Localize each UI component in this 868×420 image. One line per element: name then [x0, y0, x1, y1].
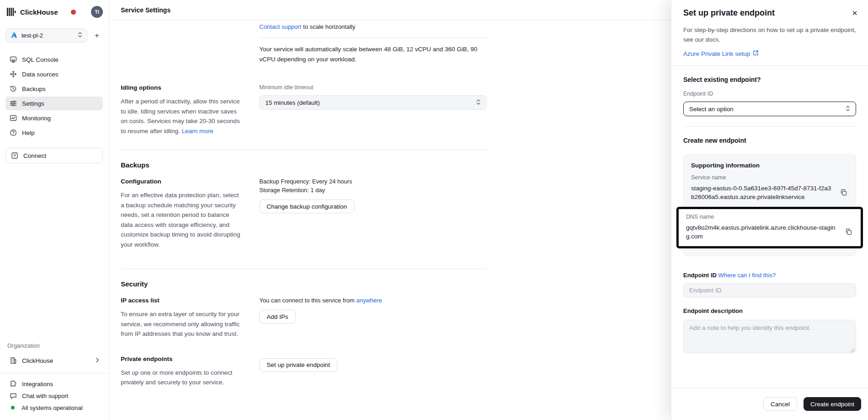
sidebar-item-label: Data sources: [22, 71, 59, 78]
private-endpoints-right: Set up private endpoint: [259, 355, 487, 388]
contact-support-rest: to scale horizontally: [303, 23, 355, 30]
create-endpoint-button[interactable]: Create endpoint: [804, 397, 861, 411]
divider: [671, 65, 868, 66]
divider: [121, 269, 487, 269]
console-icon: [9, 56, 17, 64]
sidebar: ClickHouse TI test-pl-2 +: [0, 0, 109, 420]
sidebar-item-label: Help: [22, 129, 35, 136]
data-sources-icon: [9, 70, 17, 78]
private-endpoints-description: Set up one or more endpoints to connect …: [121, 368, 241, 388]
backups-section-title: Backups: [121, 161, 671, 169]
avatar[interactable]: TI: [91, 6, 103, 18]
service-selector-row: test-pl-2 +: [5, 28, 103, 43]
azure-icon: [11, 32, 17, 40]
supporting-information-card: Supporting information Service name stag…: [683, 154, 856, 256]
connect-button[interactable]: Connect: [5, 148, 103, 163]
storage-retention-text: Storage Retention: 1 day: [259, 187, 487, 194]
chevron-updown-icon: [476, 99, 481, 107]
close-icon[interactable]: ✕: [851, 9, 859, 17]
ip-access-title: IP access list: [121, 297, 241, 304]
where-can-i-find-this-link[interactable]: Where can I find this?: [718, 272, 776, 279]
drawer-footer: Cancel Create endpoint: [671, 388, 868, 420]
contact-support-link[interactable]: Contact support: [259, 23, 301, 30]
idle-timeout-select[interactable]: 15 minutes (default): [259, 95, 487, 110]
azure-private-link-setup-link[interactable]: Azure Private Link setup: [683, 50, 750, 57]
backup-frequency-text: Backup Frequency: Every 24 hours: [259, 178, 487, 185]
building-icon: [9, 357, 17, 365]
ip-access-row: IP access list To ensure an extra layer …: [121, 297, 671, 339]
learn-more-link[interactable]: Learn more: [182, 128, 214, 135]
chat-bubble-icon: [9, 392, 17, 400]
connect-anywhere-line: You can connect to this service from any…: [259, 297, 487, 304]
sidebar-item-sql-console[interactable]: SQL Console: [5, 53, 103, 66]
docs-link-row: Azure Private Link setup: [683, 50, 856, 57]
main-content: Service Settings Contact supportto scale…: [109, 0, 671, 420]
existing-endpoint-select[interactable]: Select an option: [683, 102, 856, 116]
drawer-title: Set up private endpoint: [683, 8, 856, 18]
idle-timeout-value: 15 minutes (default): [265, 99, 320, 106]
add-service-button[interactable]: +: [91, 30, 103, 42]
divider: [121, 150, 487, 150]
cancel-button[interactable]: Cancel: [763, 397, 797, 411]
copy-icon[interactable]: [839, 188, 848, 197]
sidebar-item-system-status[interactable]: All systems operational: [5, 402, 103, 414]
supporting-information-title: Supporting information: [691, 162, 848, 169]
add-ips-button[interactable]: Add IPs: [259, 310, 295, 323]
sidebar-item-label: Backups: [22, 86, 46, 92]
dns-name-label: DNS name: [686, 214, 853, 220]
private-endpoint-drawer: Set up private endpoint ✕ For step-by-st…: [671, 0, 868, 420]
service-name-row: staging-eastus-0-0.5a631ee3-697f-45d7-87…: [691, 184, 848, 201]
scaling-right: Contact supportto scale horizontally You…: [259, 23, 487, 64]
existing-endpoint-id-label: Endpoint ID: [683, 91, 856, 97]
endpoint-id-field-label: Endpoint ID: [683, 272, 718, 279]
monitoring-icon: [9, 114, 17, 122]
settings-scroll-area[interactable]: Contact supportto scale horizontally You…: [109, 21, 671, 420]
external-link-icon: [753, 50, 759, 57]
backups-right: Backup Frequency: Every 24 hours Storage…: [259, 178, 487, 249]
sidebar-item-integrations[interactable]: Integrations: [5, 378, 103, 390]
backup-config-title: Configuration: [121, 178, 241, 185]
dns-name-row: gqtv8o2m4k.eastus.privatelink.azure.clic…: [686, 223, 853, 241]
divider: [683, 126, 856, 127]
sidebar-item-backups[interactable]: Backups: [5, 82, 103, 96]
settings-icon: [9, 100, 17, 108]
endpoint-id-input[interactable]: [683, 283, 856, 297]
app-root: ClickHouse TI test-pl-2 +: [0, 0, 868, 420]
anywhere-link[interactable]: anywhere: [356, 297, 382, 304]
service-selector[interactable]: test-pl-2: [5, 28, 87, 43]
sidebar-item-organization[interactable]: ClickHouse: [5, 354, 103, 367]
service-name-label: Service name: [691, 174, 848, 181]
scaling-row: Contact supportto scale horizontally You…: [121, 23, 671, 64]
set-up-private-endpoint-button[interactable]: Set up private endpoint: [259, 358, 338, 372]
endpoint-description-textarea[interactable]: [683, 320, 856, 353]
sidebar-item-monitoring[interactable]: Monitoring: [5, 111, 103, 125]
idling-row: Idling options After a period of inactiv…: [121, 84, 671, 136]
sidebar-item-help[interactable]: Help: [5, 126, 103, 140]
backups-icon: [9, 85, 17, 93]
divider: [259, 38, 487, 38]
sidebar-spacer: [5, 163, 103, 343]
resize-grip-icon[interactable]: [850, 347, 855, 352]
security-section-title: Security: [121, 280, 671, 288]
change-backup-configuration-button[interactable]: Change backup configuration: [259, 199, 354, 213]
endpoint-description-label: Endpoint description: [683, 307, 856, 314]
connect-icon: [11, 152, 18, 160]
recording-dot-icon: [71, 10, 76, 15]
sidebar-item-chat-support[interactable]: Chat with support: [5, 390, 103, 402]
main-header: Service Settings: [109, 0, 671, 21]
contact-support-line: Contact supportto scale horizontally: [259, 23, 487, 30]
system-status-label: All systems operational: [21, 404, 83, 411]
backups-left: Configuration For an effective data prot…: [121, 178, 259, 249]
sidebar-item-data-sources[interactable]: Data sources: [5, 67, 103, 81]
divider: [0, 373, 108, 373]
private-endpoints-title: Private endpoints: [121, 355, 241, 362]
drawer-spacer: [683, 353, 856, 388]
sidebar-item-label: Monitoring: [22, 115, 51, 122]
idling-right: Minimum idle timeout 15 minutes (default…: [259, 84, 487, 136]
copy-icon[interactable]: [844, 227, 853, 237]
scaling-left: [121, 23, 259, 64]
backups-row: Configuration For an effective data prot…: [121, 178, 671, 249]
sidebar-item-settings[interactable]: Settings: [5, 97, 103, 110]
status-dot-icon: [11, 406, 15, 409]
organization-name: ClickHouse: [22, 357, 53, 364]
